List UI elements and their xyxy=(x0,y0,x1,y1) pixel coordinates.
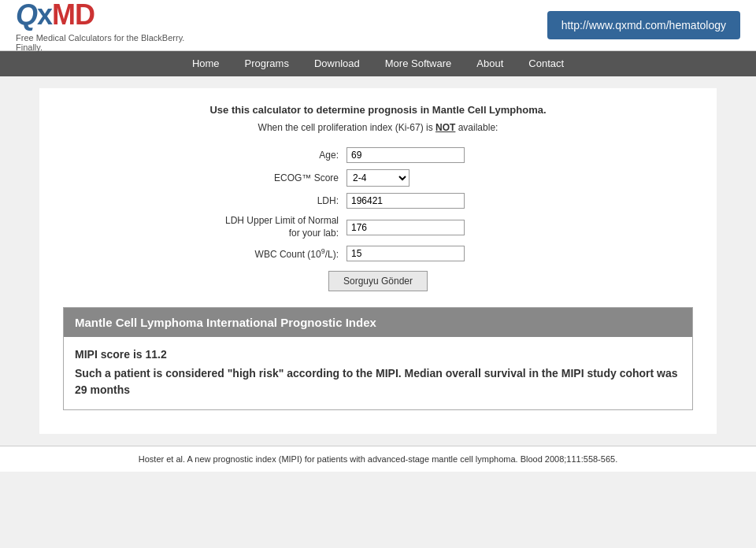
nav-home[interactable]: Home xyxy=(180,51,232,76)
wbc-label: WBC Count (109/L): xyxy=(220,247,346,260)
site-header: QxMD Free Medical Calculators for the Bl… xyxy=(0,0,756,51)
age-label: Age: xyxy=(220,150,346,161)
url-badge[interactable]: http://www.qxmd.com/hematology xyxy=(547,11,740,39)
result-section: Mantle Cell Lymphoma International Progn… xyxy=(63,307,693,410)
ldh-upper-input[interactable] xyxy=(346,220,465,235)
calculator-form: Age: ECOG™ Score 0 0-1 2-4 LDH: LDH Uppe… xyxy=(220,147,536,291)
ldh-upper-label: LDH Upper Limit of Normal for your lab: xyxy=(220,215,346,239)
nav-more-software[interactable]: More Software xyxy=(372,51,465,76)
ldh-upper-row: LDH Upper Limit of Normal for your lab: xyxy=(220,215,536,239)
footer-citation: Hoster et al. A new prognostic index (MI… xyxy=(139,454,617,464)
nav-programs[interactable]: Programs xyxy=(232,51,302,76)
result-body: MIPI score is 11.2 Such a patient is con… xyxy=(64,337,692,409)
ecog-row: ECOG™ Score 0 0-1 2-4 xyxy=(220,169,536,187)
result-text: Such a patient is considered "high risk"… xyxy=(75,365,681,398)
main-content: Use this calculator to determine prognos… xyxy=(39,88,717,434)
tagline: Free Medical Calculators for the BlackBe… xyxy=(16,33,184,52)
wbc-input[interactable] xyxy=(346,246,465,261)
sub-description: When the cell proliferation index (Ki-67… xyxy=(63,122,693,133)
nav-download[interactable]: Download xyxy=(302,51,372,76)
result-header: Mantle Cell Lymphoma International Progn… xyxy=(64,308,692,337)
navbar: Home Programs Download More Software Abo… xyxy=(0,51,756,76)
ecog-select[interactable]: 0 0-1 2-4 xyxy=(346,169,410,187)
calculator-description: Use this calculator to determine prognos… xyxy=(63,104,693,116)
ldh-label: LDH: xyxy=(220,195,346,206)
nav-about[interactable]: About xyxy=(464,51,516,76)
age-input[interactable] xyxy=(346,147,465,163)
result-score: MIPI score is 11.2 xyxy=(75,348,681,361)
age-row: Age: xyxy=(220,147,536,163)
ldh-input[interactable] xyxy=(346,193,465,209)
wbc-row: WBC Count (109/L): xyxy=(220,246,536,261)
ecog-label: ECOG™ Score xyxy=(220,172,346,183)
submit-button[interactable]: Sorguyu Gönder xyxy=(328,271,428,291)
logo-area: QxMD Free Medical Calculators for the Bl… xyxy=(16,0,184,52)
site-logo: QxMD xyxy=(16,0,184,31)
footer: Hoster et al. A new prognostic index (MI… xyxy=(0,446,756,472)
nav-contact[interactable]: Contact xyxy=(516,51,576,76)
ldh-row: LDH: xyxy=(220,193,536,209)
